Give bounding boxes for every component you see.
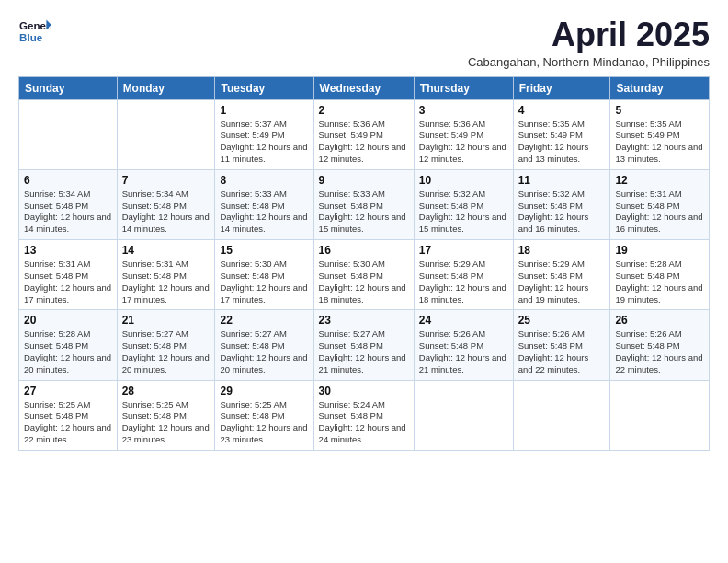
table-row: 22Sunrise: 5:27 AM Sunset: 5:48 PM Dayli… — [215, 310, 313, 380]
calendar-week-row: 27Sunrise: 5:25 AM Sunset: 5:48 PM Dayli… — [19, 380, 710, 450]
calendar-page: General Blue April 2025 Cabangahan, Nort… — [0, 0, 728, 563]
day-info: Sunrise: 5:32 AM Sunset: 5:48 PM Dayligh… — [419, 189, 508, 236]
header-thursday: Thursday — [414, 76, 513, 99]
day-info: Sunrise: 5:27 AM Sunset: 5:48 PM Dayligh… — [122, 328, 210, 375]
table-row: 12Sunrise: 5:31 AM Sunset: 5:48 PM Dayli… — [610, 169, 710, 239]
day-number: 28 — [122, 385, 210, 397]
day-info: Sunrise: 5:36 AM Sunset: 5:49 PM Dayligh… — [419, 119, 508, 166]
day-info: Sunrise: 5:31 AM Sunset: 5:48 PM Dayligh… — [24, 259, 112, 305]
calendar-table: Sunday Monday Tuesday Wednesday Thursday… — [18, 76, 710, 451]
table-row: 14Sunrise: 5:31 AM Sunset: 5:48 PM Dayli… — [117, 240, 215, 310]
day-number: 9 — [319, 174, 409, 187]
header-monday: Monday — [117, 76, 215, 99]
day-number: 20 — [24, 314, 112, 327]
day-info: Sunrise: 5:28 AM Sunset: 5:48 PM Dayligh… — [615, 259, 704, 305]
day-info: Sunrise: 5:25 AM Sunset: 5:48 PM Dayligh… — [122, 399, 210, 446]
table-row: 21Sunrise: 5:27 AM Sunset: 5:48 PM Dayli… — [117, 310, 215, 380]
header-tuesday: Tuesday — [215, 76, 313, 99]
day-number: 15 — [220, 244, 308, 257]
day-number: 13 — [24, 244, 112, 257]
header-friday: Friday — [513, 76, 610, 99]
day-number: 1 — [220, 104, 308, 117]
calendar-week-row: 13Sunrise: 5:31 AM Sunset: 5:48 PM Dayli… — [19, 240, 710, 310]
day-info: Sunrise: 5:31 AM Sunset: 5:48 PM Dayligh… — [122, 259, 210, 305]
calendar-week-row: 20Sunrise: 5:28 AM Sunset: 5:48 PM Dayli… — [19, 310, 710, 380]
day-info: Sunrise: 5:34 AM Sunset: 5:48 PM Dayligh… — [24, 189, 112, 236]
svg-text:Blue: Blue — [19, 32, 43, 43]
day-number: 4 — [518, 104, 606, 117]
day-info: Sunrise: 5:27 AM Sunset: 5:48 PM Dayligh… — [220, 328, 308, 375]
day-number: 6 — [24, 174, 112, 187]
table-row: 7Sunrise: 5:34 AM Sunset: 5:48 PM Daylig… — [117, 169, 215, 239]
day-number: 23 — [319, 314, 409, 327]
table-row: 2Sunrise: 5:36 AM Sunset: 5:49 PM Daylig… — [313, 99, 414, 169]
table-row: 18Sunrise: 5:29 AM Sunset: 5:48 PM Dayli… — [513, 240, 610, 310]
table-row: 20Sunrise: 5:28 AM Sunset: 5:48 PM Dayli… — [19, 310, 118, 380]
day-info: Sunrise: 5:33 AM Sunset: 5:48 PM Dayligh… — [220, 189, 308, 236]
day-number: 8 — [220, 174, 308, 187]
day-info: Sunrise: 5:33 AM Sunset: 5:48 PM Dayligh… — [319, 189, 409, 236]
table-row: 8Sunrise: 5:33 AM Sunset: 5:48 PM Daylig… — [215, 169, 313, 239]
day-info: Sunrise: 5:26 AM Sunset: 5:48 PM Dayligh… — [518, 328, 606, 375]
day-info: Sunrise: 5:29 AM Sunset: 5:48 PM Dayligh… — [518, 259, 606, 305]
day-number: 10 — [419, 174, 508, 187]
title-block: April 2025 Cabangahan, Northern Mindanao… — [468, 17, 710, 69]
table-row — [513, 380, 610, 450]
day-info: Sunrise: 5:35 AM Sunset: 5:49 PM Dayligh… — [518, 119, 606, 166]
day-info: Sunrise: 5:24 AM Sunset: 5:48 PM Dayligh… — [319, 399, 409, 446]
day-number: 24 — [419, 314, 508, 327]
day-number: 14 — [122, 244, 210, 257]
day-number: 5 — [615, 104, 704, 117]
header-saturday: Saturday — [610, 76, 710, 99]
table-row: 10Sunrise: 5:32 AM Sunset: 5:48 PM Dayli… — [414, 169, 513, 239]
table-row — [414, 380, 513, 450]
table-row: 24Sunrise: 5:26 AM Sunset: 5:48 PM Dayli… — [414, 310, 513, 380]
table-row: 1Sunrise: 5:37 AM Sunset: 5:49 PM Daylig… — [215, 99, 313, 169]
table-row: 6Sunrise: 5:34 AM Sunset: 5:48 PM Daylig… — [19, 169, 118, 239]
weekday-header-row: Sunday Monday Tuesday Wednesday Thursday… — [19, 76, 710, 99]
logo-icon: General Blue — [18, 17, 51, 46]
day-info: Sunrise: 5:26 AM Sunset: 5:48 PM Dayligh… — [615, 328, 704, 375]
day-info: Sunrise: 5:29 AM Sunset: 5:48 PM Dayligh… — [419, 259, 508, 305]
day-info: Sunrise: 5:31 AM Sunset: 5:48 PM Dayligh… — [615, 189, 704, 236]
day-number: 21 — [122, 314, 210, 327]
table-row: 3Sunrise: 5:36 AM Sunset: 5:49 PM Daylig… — [414, 99, 513, 169]
day-number: 3 — [419, 104, 508, 117]
table-row: 29Sunrise: 5:25 AM Sunset: 5:48 PM Dayli… — [215, 380, 313, 450]
day-number: 29 — [220, 385, 308, 397]
table-row: 4Sunrise: 5:35 AM Sunset: 5:49 PM Daylig… — [513, 99, 610, 169]
day-number: 11 — [518, 174, 606, 187]
day-info: Sunrise: 5:37 AM Sunset: 5:49 PM Dayligh… — [220, 119, 308, 166]
day-info: Sunrise: 5:25 AM Sunset: 5:48 PM Dayligh… — [220, 399, 308, 446]
day-info: Sunrise: 5:30 AM Sunset: 5:48 PM Dayligh… — [319, 259, 409, 305]
table-row: 17Sunrise: 5:29 AM Sunset: 5:48 PM Dayli… — [414, 240, 513, 310]
header: General Blue April 2025 Cabangahan, Nort… — [18, 17, 710, 69]
table-row — [19, 99, 118, 169]
table-row: 9Sunrise: 5:33 AM Sunset: 5:48 PM Daylig… — [313, 169, 414, 239]
day-number: 7 — [122, 174, 210, 187]
day-info: Sunrise: 5:26 AM Sunset: 5:48 PM Dayligh… — [419, 328, 508, 375]
day-info: Sunrise: 5:36 AM Sunset: 5:49 PM Dayligh… — [319, 119, 409, 166]
day-number: 16 — [319, 244, 409, 257]
table-row — [610, 380, 710, 450]
day-info: Sunrise: 5:34 AM Sunset: 5:48 PM Dayligh… — [122, 189, 210, 236]
logo: General Blue — [18, 17, 51, 46]
table-row — [117, 99, 215, 169]
header-sunday: Sunday — [19, 76, 118, 99]
month-title: April 2025 — [468, 17, 710, 53]
day-number: 26 — [615, 314, 704, 327]
table-row: 27Sunrise: 5:25 AM Sunset: 5:48 PM Dayli… — [19, 380, 118, 450]
table-row: 5Sunrise: 5:35 AM Sunset: 5:49 PM Daylig… — [610, 99, 710, 169]
day-number: 17 — [419, 244, 508, 257]
table-row: 15Sunrise: 5:30 AM Sunset: 5:48 PM Dayli… — [215, 240, 313, 310]
table-row: 28Sunrise: 5:25 AM Sunset: 5:48 PM Dayli… — [117, 380, 215, 450]
calendar-week-row: 6Sunrise: 5:34 AM Sunset: 5:48 PM Daylig… — [19, 169, 710, 239]
day-number: 22 — [220, 314, 308, 327]
day-number: 25 — [518, 314, 606, 327]
day-info: Sunrise: 5:28 AM Sunset: 5:48 PM Dayligh… — [24, 328, 112, 375]
table-row: 16Sunrise: 5:30 AM Sunset: 5:48 PM Dayli… — [313, 240, 414, 310]
day-number: 12 — [615, 174, 704, 187]
day-number: 30 — [319, 385, 409, 397]
table-row: 11Sunrise: 5:32 AM Sunset: 5:48 PM Dayli… — [513, 169, 610, 239]
table-row: 26Sunrise: 5:26 AM Sunset: 5:48 PM Dayli… — [610, 310, 710, 380]
